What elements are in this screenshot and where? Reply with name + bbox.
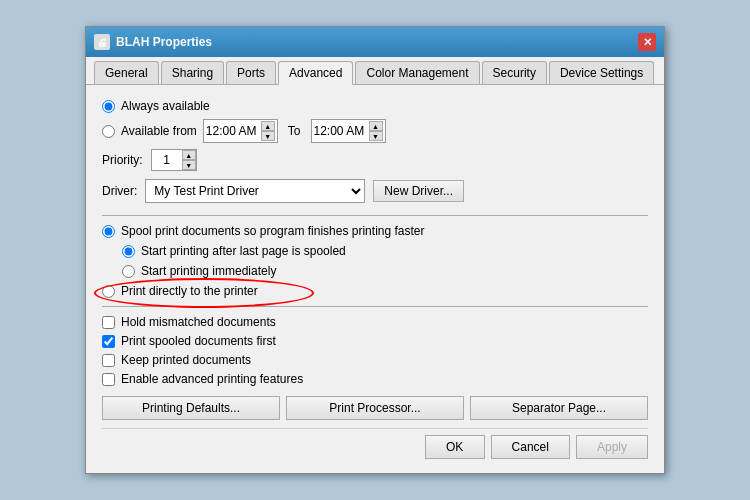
after-last-page-radio[interactable] (122, 245, 135, 258)
from-time-down[interactable]: ▼ (261, 131, 275, 141)
tab-ports[interactable]: Ports (226, 61, 276, 84)
print-spooled-label[interactable]: Print spooled documents first (121, 334, 276, 348)
print-spooled-row: Print spooled documents first (102, 334, 648, 348)
printing-defaults-button[interactable]: Printing Defaults... (102, 396, 280, 420)
to-time-field[interactable] (314, 124, 369, 138)
from-time-field[interactable] (206, 124, 261, 138)
tab-general[interactable]: General (94, 61, 159, 84)
priority-down[interactable]: ▼ (182, 160, 196, 170)
hold-mismatched-checkbox[interactable] (102, 316, 115, 329)
tab-bar: General Sharing Ports Advanced Color Man… (86, 57, 664, 85)
from-time-input[interactable]: ▲ ▼ (203, 119, 278, 143)
bottom-buttons: Printing Defaults... Print Processor... … (102, 396, 648, 420)
separator-page-button[interactable]: Separator Page... (470, 396, 648, 420)
after-last-page-label[interactable]: Start printing after last page is spoole… (141, 244, 346, 258)
apply-button[interactable]: Apply (576, 435, 648, 459)
separator-1 (102, 215, 648, 216)
advanced-printing-row: Enable advanced printing features (102, 372, 648, 386)
priority-row: Priority: ▲ ▼ (102, 149, 648, 171)
to-time-down[interactable]: ▼ (369, 131, 383, 141)
keep-printed-row: Keep printed documents (102, 353, 648, 367)
print-processor-button[interactable]: Print Processor... (286, 396, 464, 420)
print-directly-label[interactable]: Print directly to the printer (121, 284, 258, 298)
always-available-label[interactable]: Always available (121, 99, 210, 113)
advanced-printing-label[interactable]: Enable advanced printing features (121, 372, 303, 386)
available-from-radio[interactable] (102, 125, 115, 138)
cancel-button[interactable]: Cancel (491, 435, 570, 459)
priority-up[interactable]: ▲ (182, 150, 196, 160)
hold-mismatched-row: Hold mismatched documents (102, 315, 648, 329)
driver-label: Driver: (102, 184, 137, 198)
ok-cancel-row: OK Cancel Apply (102, 428, 648, 463)
available-from-label[interactable]: Available from (121, 124, 197, 138)
print-directly-row: Print directly to the printer (102, 284, 648, 298)
keep-printed-label[interactable]: Keep printed documents (121, 353, 251, 367)
print-directly-radio[interactable] (102, 285, 115, 298)
start-immediately-label[interactable]: Start printing immediately (141, 264, 276, 278)
priority-field[interactable] (152, 153, 182, 167)
window-icon: 🖨 (94, 34, 110, 50)
to-time-up[interactable]: ▲ (369, 121, 383, 131)
tab-device-settings[interactable]: Device Settings (549, 61, 654, 84)
priority-input[interactable]: ▲ ▼ (151, 149, 197, 171)
always-available-row: Always available (102, 99, 648, 113)
tab-color-management[interactable]: Color Management (355, 61, 479, 84)
spool-radio[interactable] (102, 225, 115, 238)
title-bar: 🖨 BLAH Properties ✕ (86, 27, 664, 57)
separator-2 (102, 306, 648, 307)
to-time-input[interactable]: ▲ ▼ (311, 119, 386, 143)
keep-printed-checkbox[interactable] (102, 354, 115, 367)
tab-content: Always available Available from ▲ ▼ To ▲… (86, 85, 664, 473)
priority-label: Priority: (102, 153, 143, 167)
tab-security[interactable]: Security (482, 61, 547, 84)
spool-section: Spool print documents so program finishe… (102, 224, 648, 278)
always-available-radio[interactable] (102, 100, 115, 113)
tab-sharing[interactable]: Sharing (161, 61, 224, 84)
start-immediately-row: Start printing immediately (102, 264, 648, 278)
to-time-spinner[interactable]: ▲ ▼ (369, 121, 383, 141)
start-immediately-radio[interactable] (122, 265, 135, 278)
available-from-row: Available from ▲ ▼ To ▲ ▼ (102, 119, 648, 143)
hold-mismatched-label[interactable]: Hold mismatched documents (121, 315, 276, 329)
from-time-up[interactable]: ▲ (261, 121, 275, 131)
spool-main-row: Spool print documents so program finishe… (102, 224, 648, 238)
to-label: To (284, 124, 305, 138)
print-spooled-checkbox[interactable] (102, 335, 115, 348)
priority-spinner[interactable]: ▲ ▼ (182, 150, 196, 170)
advanced-printing-checkbox[interactable] (102, 373, 115, 386)
properties-dialog: 🖨 BLAH Properties ✕ General Sharing Port… (85, 26, 665, 474)
tab-advanced[interactable]: Advanced (278, 61, 353, 85)
from-time-spinner[interactable]: ▲ ▼ (261, 121, 275, 141)
title-bar-left: 🖨 BLAH Properties (94, 34, 212, 50)
after-last-page-row: Start printing after last page is spoole… (102, 244, 648, 258)
new-driver-button[interactable]: New Driver... (373, 180, 464, 202)
driver-select[interactable]: My Test Print Driver (145, 179, 365, 203)
window-title: BLAH Properties (116, 35, 212, 49)
close-button[interactable]: ✕ (638, 33, 656, 51)
ok-button[interactable]: OK (425, 435, 485, 459)
spool-label[interactable]: Spool print documents so program finishe… (121, 224, 425, 238)
driver-row: Driver: My Test Print Driver New Driver.… (102, 179, 648, 203)
